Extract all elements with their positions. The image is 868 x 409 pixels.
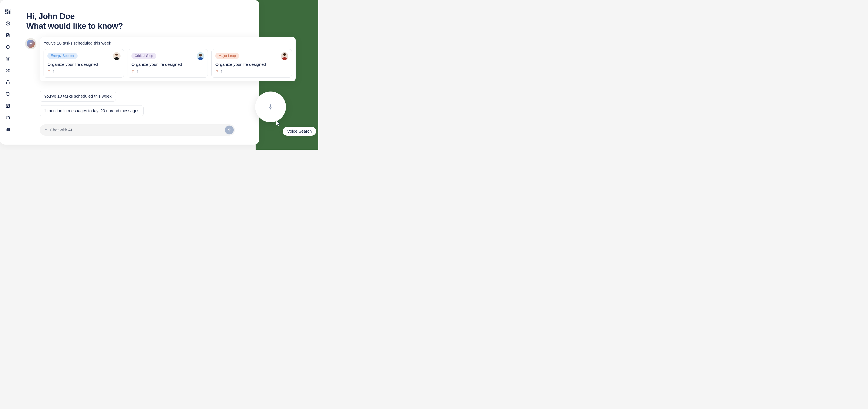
greeting-line-2: What would like to know?	[26, 21, 123, 31]
users-icon[interactable]	[5, 68, 11, 73]
tasks-card: You've 10 tasks scheduled this week Ener…	[40, 37, 296, 82]
task-title: Organize your life designed	[48, 62, 120, 67]
flag-count: 1	[53, 70, 55, 74]
svg-rect-1	[7, 9, 8, 11]
svg-rect-20	[9, 129, 9, 131]
sparkle-icon	[27, 40, 35, 48]
svg-point-11	[7, 69, 8, 70]
svg-point-26	[201, 55, 202, 56]
task-flag: 1	[48, 70, 120, 74]
svg-rect-2	[9, 9, 9, 10]
shape-icon[interactable]	[5, 44, 11, 50]
flag-icon	[131, 70, 135, 74]
info-pill-mentions[interactable]: 1 mention in mesaages today. 20 unread m…	[40, 105, 144, 116]
sparkle-icon	[44, 128, 48, 132]
task-grid: Energy Booster Organize your life design…	[43, 49, 292, 77]
svg-rect-0	[5, 9, 6, 12]
svg-point-12	[8, 69, 9, 70]
task-tag: Major Leap	[215, 53, 239, 59]
voice-search-button[interactable]	[255, 92, 286, 122]
svg-rect-3	[10, 9, 10, 10]
svg-rect-5	[7, 11, 8, 14]
task-tag: Critical Step	[131, 53, 157, 59]
logo-icon[interactable]	[5, 9, 11, 14]
avatar	[113, 52, 121, 60]
svg-point-7	[6, 22, 10, 25]
svg-rect-14	[6, 104, 9, 107]
dashboard-icon[interactable]	[5, 21, 11, 26]
flag-count: 1	[137, 70, 139, 74]
task-title: Organize your life designed	[131, 62, 204, 67]
chat-placeholder: Chat with AI	[50, 128, 225, 132]
task-tag: Energy Booster	[48, 53, 78, 59]
sidebar	[3, 9, 13, 132]
tasks-card-title: You've 10 tasks scheduled this week	[43, 41, 292, 45]
ai-badge	[25, 38, 36, 50]
folder-icon[interactable]	[5, 115, 11, 120]
svg-point-25	[199, 55, 200, 56]
lock-icon[interactable]	[5, 80, 11, 85]
task-item[interactable]: Energy Booster Organize your life design…	[43, 49, 124, 77]
microphone-icon	[268, 104, 274, 110]
task-title: Organize your life designed	[215, 62, 288, 67]
info-pill-tasks[interactable]: You've 10 tasks scheduled this week	[40, 91, 116, 102]
greeting-line-1: Hi, John Doe	[26, 11, 123, 21]
task-item[interactable]: Major Leap Organize your life designed 1	[211, 49, 292, 77]
flag-icon	[48, 70, 51, 74]
svg-rect-18	[6, 129, 7, 131]
layers-icon[interactable]	[5, 56, 11, 62]
task-item[interactable]: Critical Step Organize your life designe…	[128, 49, 208, 77]
arrow-up-icon	[227, 128, 231, 132]
cursor-icon	[275, 120, 281, 127]
svg-point-8	[8, 23, 8, 23]
document-icon[interactable]	[5, 32, 11, 38]
voice-search-label: Voice Search	[283, 127, 316, 136]
send-button[interactable]	[225, 126, 234, 134]
task-flag: 1	[215, 70, 288, 74]
calendar-icon[interactable]	[5, 103, 11, 108]
svg-rect-19	[7, 128, 8, 131]
avatar	[197, 52, 204, 60]
chat-icon[interactable]	[5, 91, 11, 97]
chart-icon[interactable]	[5, 126, 11, 132]
svg-rect-13	[6, 82, 9, 84]
flag-icon	[215, 70, 219, 74]
avatar	[281, 52, 288, 60]
page-title: Hi, John Doe What would like to know?	[26, 11, 123, 31]
chat-input[interactable]: Chat with AI	[40, 124, 235, 136]
svg-rect-6	[9, 10, 10, 14]
svg-rect-4	[5, 12, 6, 14]
flag-count: 1	[221, 70, 223, 74]
task-flag: 1	[131, 70, 204, 74]
